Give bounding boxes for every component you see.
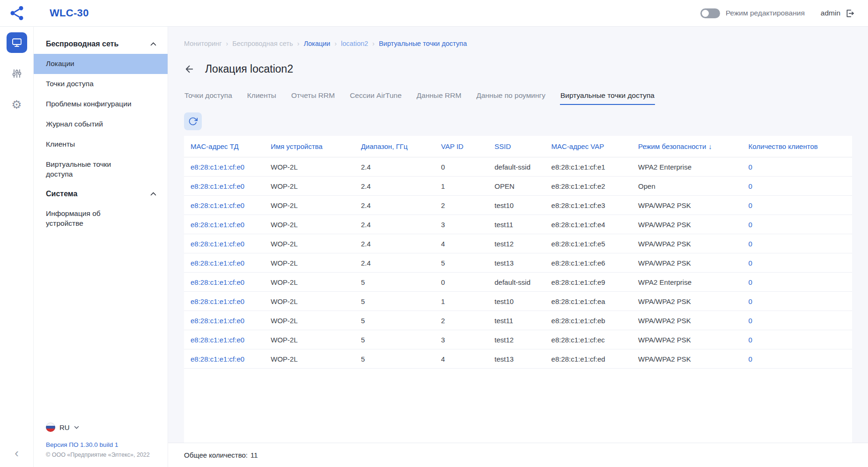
refresh-button[interactable] <box>184 112 202 130</box>
breadcrumb-item[interactable]: Мониторинг <box>184 40 221 47</box>
sidebar-item[interactable]: Информация об устройстве <box>34 204 168 234</box>
sidebar-section-system[interactable]: Система <box>34 184 168 204</box>
cell-security-mode: WPA/WPA2 PSK <box>632 349 742 369</box>
cell-clients-count-link[interactable]: 0 <box>742 196 853 215</box>
breadcrumb-item[interactable]: Локации <box>293 40 331 47</box>
tab[interactable]: Данные RRM <box>416 91 462 105</box>
logout-icon <box>845 8 855 18</box>
column-header[interactable]: VAP ID <box>434 136 488 157</box>
column-header[interactable]: Диапазон, ГГц <box>354 136 434 157</box>
cell-band-ghz: 2.4 <box>354 253 434 273</box>
sidebar-item[interactable]: Локации <box>34 54 168 74</box>
cell-ap-mac-link[interactable]: e8:28:c1:e1:cf:e0 <box>184 253 264 273</box>
chevron-left-icon: ‹ <box>15 446 19 460</box>
column-header[interactable]: SSID <box>488 136 544 157</box>
page-title: Локация location2 <box>205 63 293 75</box>
column-header[interactable]: MAC-адрес ТД <box>184 136 264 157</box>
language-selector[interactable]: RU <box>34 417 168 437</box>
tab[interactable]: Точки доступа <box>184 91 233 105</box>
column-header[interactable]: MAC-адрес VAP <box>545 136 632 157</box>
cell-clients-count-link[interactable]: 0 <box>742 292 853 311</box>
tab[interactable]: Отчеты RRM <box>291 91 335 105</box>
logo <box>0 5 34 22</box>
app-body: ⚙ ‹ Беспроводная сеть ЛокацииТочки досту… <box>0 27 868 467</box>
cell-vap-mac: e8:28:c1:e1:cf:ed <box>545 349 632 369</box>
collapse-sidebar-button[interactable]: ‹ <box>12 446 22 460</box>
cell-device-name: WOP-2L <box>264 311 354 330</box>
cell-device-name: WOP-2L <box>264 292 354 311</box>
logout-button[interactable] <box>845 8 855 18</box>
table-row: e8:28:c1:e1:cf:e0 WOP-2L 5 1 test10 e8:2… <box>184 292 852 311</box>
cell-clients-count-link[interactable]: 0 <box>742 177 853 196</box>
top-header: WLC-30 Режим редактирования admin <box>0 0 868 27</box>
column-header[interactable]: Количество клиентов <box>742 136 853 157</box>
vap-table: MAC-адрес ТД Имя устройства Диапазон, ГГ… <box>184 136 852 369</box>
breadcrumb-item[interactable]: location2 <box>330 40 368 47</box>
breadcrumb-item[interactable]: Беспроводная сеть <box>221 40 293 47</box>
table-footer: Общее количество: 11 <box>168 443 868 467</box>
edit-mode-toggle[interactable] <box>700 8 720 18</box>
cell-ap-mac-link[interactable]: e8:28:c1:e1:cf:e0 <box>184 177 264 196</box>
cell-ap-mac-link[interactable]: e8:28:c1:e1:cf:e0 <box>184 292 264 311</box>
sidebar-item[interactable]: Точки доступа <box>34 74 168 94</box>
column-header-label: Имя устройства <box>271 142 323 150</box>
tab[interactable]: Виртуальные точки доступа <box>560 91 655 105</box>
cell-clients-count-link[interactable]: 0 <box>742 311 853 330</box>
tab[interactable]: Данные по роумингу <box>476 91 546 105</box>
cell-ap-mac-link[interactable]: e8:28:c1:e1:cf:e0 <box>184 196 264 215</box>
cell-ap-mac-link[interactable]: e8:28:c1:e1:cf:e0 <box>184 215 264 234</box>
column-header[interactable]: Имя устройства <box>264 136 354 157</box>
cell-clients-count-link[interactable]: 0 <box>742 273 853 292</box>
cell-clients-count-link[interactable]: 0 <box>742 215 853 234</box>
cell-clients-count-link[interactable]: 0 <box>742 349 853 369</box>
cell-ap-mac-link[interactable]: e8:28:c1:e1:cf:e0 <box>184 273 264 292</box>
cell-ap-mac-link[interactable]: e8:28:c1:e1:cf:e0 <box>184 349 264 369</box>
sidebar-item[interactable]: Виртуальные точки доступа <box>34 155 168 185</box>
refresh-icon <box>188 117 198 126</box>
rail-item-monitoring[interactable] <box>7 32 27 53</box>
cell-clients-count-link[interactable]: 0 <box>742 234 853 253</box>
main-content: МониторингБеспроводная сетьЛокацииlocati… <box>168 27 868 467</box>
cell-ap-mac-link[interactable]: e8:28:c1:e1:cf:e0 <box>184 311 264 330</box>
column-header-label: SSID <box>494 142 511 150</box>
cell-clients-count-link[interactable]: 0 <box>742 253 853 273</box>
cell-device-name: WOP-2L <box>264 330 354 349</box>
column-header[interactable]: Режим безопасности↓ <box>632 136 742 157</box>
firmware-version-link[interactable]: Версия ПО 1.30.0 build 1 <box>34 437 168 449</box>
sidebar-item[interactable]: Клиенты <box>34 134 168 155</box>
breadcrumb-item[interactable]: Виртуальные точки доступа <box>368 40 467 47</box>
cell-ap-mac-link[interactable]: e8:28:c1:e1:cf:e0 <box>184 234 264 253</box>
toggle-knob <box>702 10 709 17</box>
cell-ssid: default-ssid <box>488 273 544 292</box>
cell-vap-id: 1 <box>434 177 488 196</box>
back-button[interactable] <box>184 64 195 74</box>
cell-band-ghz: 5 <box>354 349 434 369</box>
total-count-label: Общее количество: <box>184 451 248 459</box>
rail-item-settings-sliders[interactable] <box>7 63 27 84</box>
cell-vap-id: 1 <box>434 292 488 311</box>
cell-band-ghz: 2.4 <box>354 196 434 215</box>
cell-device-name: WOP-2L <box>264 234 354 253</box>
table-row: e8:28:c1:e1:cf:e0 WOP-2L 2.4 4 test12 e8… <box>184 234 852 253</box>
cell-band-ghz: 2.4 <box>354 157 434 177</box>
cell-ssid: test10 <box>488 196 544 215</box>
sidebar-item[interactable]: Журнал событий <box>34 114 168 134</box>
sidebar-section-wireless[interactable]: Беспроводная сеть <box>34 34 168 54</box>
cell-ap-mac-link[interactable]: e8:28:c1:e1:cf:e0 <box>184 330 264 349</box>
cell-security-mode: WPA/WPA2 PSK <box>632 196 742 215</box>
rail-item-system-settings[interactable]: ⚙ <box>7 94 27 115</box>
chevron-up-icon <box>150 192 156 196</box>
cell-clients-count-link[interactable]: 0 <box>742 157 853 177</box>
table-row: e8:28:c1:e1:cf:e0 WOP-2L 2.4 5 test13 e8… <box>184 253 852 273</box>
cell-clients-count-link[interactable]: 0 <box>742 330 853 349</box>
cell-vap-id: 4 <box>434 234 488 253</box>
tab[interactable]: Сессии AirTune <box>349 91 402 105</box>
sidebar-item[interactable]: Проблемы конфигурации <box>34 94 168 114</box>
cell-vap-id: 5 <box>434 253 488 273</box>
cell-band-ghz: 2.4 <box>354 215 434 234</box>
sidebar-bottom: RU Версия ПО 1.30.0 build 1 © ООО «Предп… <box>34 417 168 467</box>
tab[interactable]: Клиенты <box>247 91 277 105</box>
title-row: Локация location2 <box>168 50 868 85</box>
cell-ap-mac-link[interactable]: e8:28:c1:e1:cf:e0 <box>184 157 264 177</box>
table-row: e8:28:c1:e1:cf:e0 WOP-2L 2.4 1 OPEN e8:2… <box>184 177 852 196</box>
